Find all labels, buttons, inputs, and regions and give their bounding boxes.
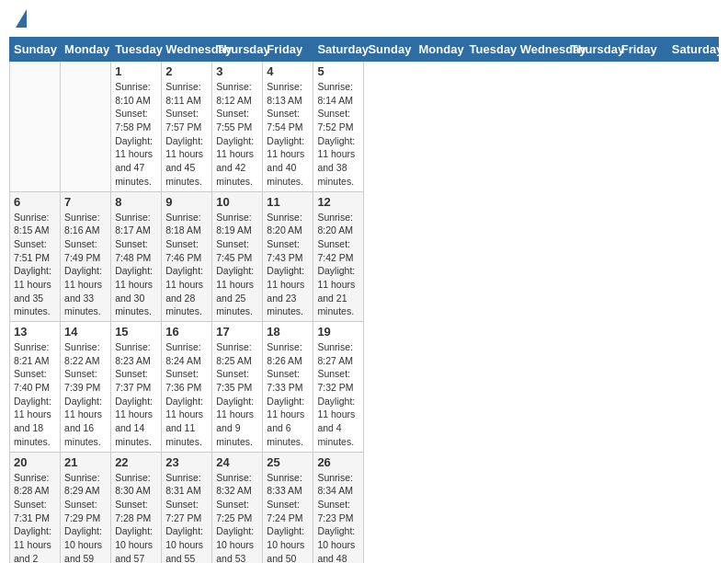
day-number: 23 [165, 455, 208, 469]
header-cell-tuesday: Tuesday [111, 38, 162, 62]
day-cell: 5Sunrise: 8:14 AMSunset: 7:52 PMDaylight… [313, 62, 364, 192]
day-number: 9 [165, 195, 208, 209]
week-row-1: 1Sunrise: 8:10 AMSunset: 7:58 PMDaylight… [10, 62, 719, 192]
week-row-2: 6Sunrise: 8:15 AMSunset: 7:51 PMDaylight… [10, 191, 719, 322]
day-info: Sunrise: 8:22 AMSunset: 7:39 PMDaylight:… [64, 340, 107, 449]
day-number: 17 [216, 325, 258, 339]
day-number: 18 [267, 325, 309, 339]
logo-triangle-icon [16, 9, 27, 28]
day-number: 1 [115, 64, 157, 78]
week-row-3: 13Sunrise: 8:21 AMSunset: 7:40 PMDayligh… [10, 322, 719, 453]
header-cell-thursday: Thursday [566, 38, 617, 62]
day-number: 22 [115, 455, 157, 469]
day-number: 10 [216, 195, 258, 209]
day-number: 4 [267, 64, 309, 78]
day-cell: 9Sunrise: 8:18 AMSunset: 7:46 PMDaylight… [162, 191, 212, 322]
day-info: Sunrise: 8:25 AMSunset: 7:35 PMDaylight:… [216, 340, 258, 449]
header-cell-friday: Friday [263, 38, 313, 62]
header-cell-monday: Monday [415, 38, 465, 62]
day-number: 3 [216, 64, 258, 78]
header-cell-thursday: Thursday [212, 38, 263, 62]
day-number: 19 [317, 325, 359, 339]
day-cell: 13Sunrise: 8:21 AMSunset: 7:40 PMDayligh… [10, 322, 61, 453]
day-number: 5 [317, 64, 359, 78]
day-cell: 19Sunrise: 8:27 AMSunset: 7:32 PMDayligh… [313, 322, 364, 453]
header-cell-saturday: Saturday [667, 38, 718, 62]
day-info: Sunrise: 8:21 AMSunset: 7:40 PMDaylight:… [14, 340, 56, 449]
day-number: 16 [165, 325, 208, 339]
day-info: Sunrise: 8:28 AMSunset: 7:31 PMDaylight:… [14, 471, 56, 564]
day-cell: 20Sunrise: 8:28 AMSunset: 7:31 PMDayligh… [10, 452, 61, 563]
header-cell-sunday: Sunday [364, 38, 415, 62]
day-info: Sunrise: 8:18 AMSunset: 7:46 PMDaylight:… [165, 211, 208, 319]
day-cell: 12Sunrise: 8:20 AMSunset: 7:42 PMDayligh… [313, 191, 364, 322]
day-number: 15 [115, 325, 157, 339]
day-number: 24 [216, 455, 258, 469]
day-info: Sunrise: 8:20 AMSunset: 7:43 PMDaylight:… [267, 211, 309, 319]
day-cell: 4Sunrise: 8:13 AMSunset: 7:54 PMDaylight… [263, 62, 313, 192]
day-cell: 25Sunrise: 8:33 AMSunset: 7:24 PMDayligh… [263, 452, 313, 563]
day-number: 14 [64, 325, 107, 339]
header-cell-wednesday: Wednesday [516, 38, 566, 62]
day-number: 2 [165, 64, 208, 78]
day-cell: 21Sunrise: 8:29 AMSunset: 7:29 PMDayligh… [61, 452, 111, 563]
day-number: 11 [267, 195, 309, 209]
day-cell: 2Sunrise: 8:11 AMSunset: 7:57 PMDaylight… [162, 62, 212, 192]
header-cell-sunday: Sunday [10, 38, 61, 62]
day-info: Sunrise: 8:20 AMSunset: 7:42 PMDaylight:… [317, 211, 359, 319]
day-info: Sunrise: 8:24 AMSunset: 7:36 PMDaylight:… [165, 340, 208, 449]
day-cell: 23Sunrise: 8:31 AMSunset: 7:27 PMDayligh… [162, 452, 212, 563]
day-number: 8 [115, 195, 157, 209]
logo [14, 9, 27, 29]
page-header [9, 9, 719, 29]
day-info: Sunrise: 8:16 AMSunset: 7:49 PMDaylight:… [64, 211, 107, 319]
day-cell: 11Sunrise: 8:20 AMSunset: 7:43 PMDayligh… [263, 191, 313, 322]
day-cell: 15Sunrise: 8:23 AMSunset: 7:37 PMDayligh… [111, 322, 162, 453]
day-info: Sunrise: 8:15 AMSunset: 7:51 PMDaylight:… [14, 211, 56, 319]
day-info: Sunrise: 8:13 AMSunset: 7:54 PMDaylight:… [267, 80, 309, 189]
day-number: 12 [317, 195, 359, 209]
day-number: 26 [317, 455, 359, 469]
day-info: Sunrise: 8:30 AMSunset: 7:28 PMDaylight:… [115, 471, 157, 564]
day-info: Sunrise: 8:34 AMSunset: 7:23 PMDaylight:… [317, 471, 359, 564]
day-number: 21 [64, 455, 107, 469]
day-cell: 10Sunrise: 8:19 AMSunset: 7:45 PMDayligh… [212, 191, 263, 322]
day-cell: 6Sunrise: 8:15 AMSunset: 7:51 PMDaylight… [10, 191, 61, 322]
day-cell: 24Sunrise: 8:32 AMSunset: 7:25 PMDayligh… [212, 452, 263, 563]
day-cell: 8Sunrise: 8:17 AMSunset: 7:48 PMDaylight… [111, 191, 162, 322]
header-cell-saturday: Saturday [313, 38, 364, 62]
day-number: 20 [14, 455, 56, 469]
day-info: Sunrise: 8:29 AMSunset: 7:29 PMDaylight:… [64, 471, 107, 564]
header-cell-tuesday: Tuesday [465, 38, 516, 62]
day-cell: 26Sunrise: 8:34 AMSunset: 7:23 PMDayligh… [313, 452, 364, 563]
day-number: 6 [14, 195, 56, 209]
day-info: Sunrise: 8:32 AMSunset: 7:25 PMDaylight:… [216, 471, 258, 564]
day-info: Sunrise: 8:26 AMSunset: 7:33 PMDaylight:… [267, 340, 309, 449]
day-info: Sunrise: 8:10 AMSunset: 7:58 PMDaylight:… [115, 80, 157, 189]
header-row: SundayMondayTuesdayWednesdayThursdayFrid… [10, 38, 719, 62]
day-number: 25 [267, 455, 309, 469]
day-info: Sunrise: 8:14 AMSunset: 7:52 PMDaylight:… [317, 80, 359, 189]
day-info: Sunrise: 8:17 AMSunset: 7:48 PMDaylight:… [115, 211, 157, 319]
day-info: Sunrise: 8:12 AMSunset: 7:55 PMDaylight:… [216, 80, 258, 189]
day-cell: 16Sunrise: 8:24 AMSunset: 7:36 PMDayligh… [162, 322, 212, 453]
day-number: 7 [64, 195, 107, 209]
day-info: Sunrise: 8:23 AMSunset: 7:37 PMDaylight:… [115, 340, 157, 449]
week-row-4: 20Sunrise: 8:28 AMSunset: 7:31 PMDayligh… [10, 452, 719, 563]
day-cell: 3Sunrise: 8:12 AMSunset: 7:55 PMDaylight… [212, 62, 263, 192]
day-number: 13 [14, 325, 56, 339]
day-cell [61, 62, 111, 192]
day-info: Sunrise: 8:33 AMSunset: 7:24 PMDaylight:… [267, 471, 309, 564]
day-info: Sunrise: 8:19 AMSunset: 7:45 PMDaylight:… [216, 211, 258, 319]
day-info: Sunrise: 8:27 AMSunset: 7:32 PMDaylight:… [317, 340, 359, 449]
day-info: Sunrise: 8:11 AMSunset: 7:57 PMDaylight:… [165, 80, 208, 189]
day-info: Sunrise: 8:31 AMSunset: 7:27 PMDaylight:… [165, 471, 208, 564]
header-cell-monday: Monday [61, 38, 111, 62]
header-cell-friday: Friday [617, 38, 667, 62]
day-cell: 18Sunrise: 8:26 AMSunset: 7:33 PMDayligh… [263, 322, 313, 453]
header-cell-wednesday: Wednesday [162, 38, 212, 62]
day-cell: 1Sunrise: 8:10 AMSunset: 7:58 PMDaylight… [111, 62, 162, 192]
day-cell [10, 62, 61, 192]
day-cell: 14Sunrise: 8:22 AMSunset: 7:39 PMDayligh… [61, 322, 111, 453]
day-cell: 7Sunrise: 8:16 AMSunset: 7:49 PMDaylight… [61, 191, 111, 322]
